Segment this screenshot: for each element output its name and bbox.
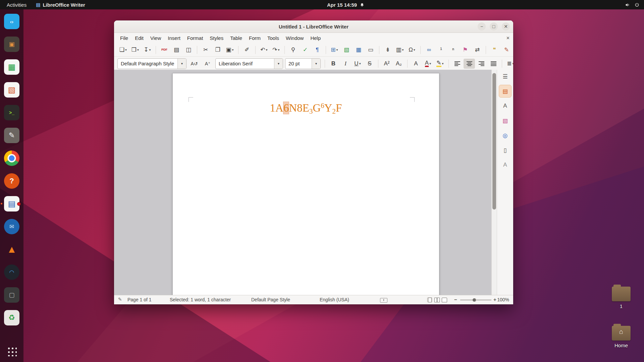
- new-style-button[interactable]: A⁺: [202, 59, 213, 69]
- menu-edit[interactable]: Edit: [131, 34, 147, 42]
- menu-form[interactable]: Form: [246, 34, 264, 42]
- underline-button[interactable]: U▾: [352, 59, 363, 69]
- insert-text-box-button[interactable]: ▭: [365, 45, 376, 55]
- page-count-status[interactable]: Page 1 of 1: [127, 297, 152, 302]
- recycle-launcher[interactable]: ♻: [4, 310, 20, 326]
- dropdown-arrow-icon[interactable]: ▾: [125, 48, 127, 52]
- dropdown-arrow-icon[interactable]: ▾: [149, 48, 151, 52]
- open-file-button[interactable]: ❒▾: [129, 45, 141, 55]
- insert-field-button[interactable]: ▥▾: [394, 45, 406, 55]
- gimp-launcher[interactable]: ✎: [4, 127, 20, 143]
- zoom-slider-handle[interactable]: [473, 298, 476, 302]
- dropdown-arrow-icon[interactable]: ▾: [442, 62, 444, 65]
- print-preview-button[interactable]: ◫: [183, 45, 194, 55]
- maximize-button[interactable]: □: [490, 22, 498, 31]
- remmina-launcher[interactable]: ◠: [4, 264, 20, 280]
- save-status-icon[interactable]: ✎: [118, 297, 122, 302]
- insert-special-character-button[interactable]: Ω▾: [406, 45, 418, 55]
- sidebar-tab-styles[interactable]: A: [499, 100, 511, 112]
- vertical-scrollbar[interactable]: [491, 70, 497, 295]
- menu-view[interactable]: View: [147, 34, 164, 42]
- font-name-dropdown[interactable]: ▾: [274, 59, 283, 69]
- insert-page-break-button[interactable]: ⇟: [382, 45, 393, 55]
- menu-styles[interactable]: Styles: [206, 34, 227, 42]
- close-button[interactable]: ✕: [502, 22, 510, 31]
- activities-button[interactable]: Activities: [0, 2, 33, 8]
- dropdown-arrow-icon[interactable]: ▾: [359, 62, 361, 65]
- menu-help[interactable]: Help: [307, 34, 324, 42]
- libreoffice-writer-launcher[interactable]: ▤: [4, 196, 20, 212]
- clone-formatting-button[interactable]: ✐: [241, 45, 253, 55]
- minimize-button[interactable]: −: [478, 22, 486, 31]
- insert-cross-reference-button[interactable]: ⇄: [472, 45, 483, 55]
- paragraph-style-combobox[interactable]: Default Paragraph Style ▾: [117, 58, 186, 69]
- superscript-button[interactable]: A²: [381, 59, 392, 69]
- character-formatting-button[interactable]: A: [410, 59, 422, 69]
- document-page[interactable]: 1A6N8E3G6Y2F: [172, 73, 439, 295]
- paste-button[interactable]: ▣▾: [224, 45, 235, 55]
- export-pdf-button[interactable]: PDF: [159, 45, 170, 55]
- menu-file[interactable]: File: [117, 34, 131, 42]
- align-center-button[interactable]: [464, 59, 475, 69]
- language-status[interactable]: English (USA): [320, 297, 349, 302]
- dropdown-arrow-icon[interactable]: ▾: [402, 48, 404, 52]
- menu-insert[interactable]: Insert: [164, 34, 184, 42]
- strikethrough-button[interactable]: S: [364, 59, 375, 69]
- undo-button[interactable]: ↶▾: [258, 45, 270, 55]
- titlebar[interactable]: Untitled 1 - LibreOffice Writer − □ ✕: [114, 20, 513, 33]
- boxes-launcher[interactable]: ▣: [4, 36, 20, 52]
- chrome-launcher[interactable]: [4, 150, 20, 166]
- extra-app-launcher[interactable]: ▢: [4, 287, 20, 303]
- sidebar-tab-properties[interactable]: ▤: [499, 85, 511, 97]
- terminal-launcher[interactable]: >_: [4, 105, 20, 121]
- sidebar-tab-gallery[interactable]: ▧: [499, 115, 511, 127]
- menu-table[interactable]: Table: [227, 34, 246, 42]
- vlc-launcher[interactable]: ▲: [4, 241, 20, 257]
- page-style-status[interactable]: Default Page Style: [251, 297, 290, 302]
- track-changes-button[interactable]: ✎: [501, 45, 512, 55]
- italic-button[interactable]: I: [340, 59, 351, 69]
- insert-image-button[interactable]: ▧: [341, 45, 352, 55]
- font-size-combobox[interactable]: 20 pt ▾: [285, 58, 321, 69]
- spelling-button[interactable]: ✓: [300, 45, 311, 55]
- align-justify-button[interactable]: [488, 59, 499, 69]
- help-launcher[interactable]: ?: [4, 173, 20, 189]
- dropdown-arrow-icon[interactable]: ▾: [137, 48, 139, 52]
- view-layout-book-button[interactable]: [442, 297, 447, 302]
- font-size-dropdown[interactable]: ▾: [312, 59, 320, 69]
- insert-footnote-button[interactable]: ¹: [435, 45, 447, 55]
- highlight-color-button[interactable]: ✎▾: [434, 59, 446, 69]
- focused-app-indicator[interactable]: ▤ LibreOffice Writer: [33, 2, 88, 8]
- document-text-line[interactable]: 1A6N8E3G6Y2F: [173, 99, 439, 118]
- subscript-button[interactable]: A₂: [393, 59, 405, 69]
- zoom-in-button[interactable]: +: [493, 297, 496, 302]
- new-document-button[interactable]: ❏▾: [117, 45, 129, 55]
- dropdown-arrow-icon[interactable]: ▾: [414, 48, 415, 52]
- formatting-marks-button[interactable]: ¶: [312, 45, 323, 55]
- dropdown-arrow-icon[interactable]: ▾: [278, 48, 280, 52]
- print-button[interactable]: ▤: [171, 45, 182, 55]
- show-apps-button[interactable]: [4, 343, 20, 359]
- desktop-folder-home[interactable]: ⌂ Home: [606, 326, 636, 348]
- sidebar-tab-sidebar-menu[interactable]: ☰: [499, 70, 511, 82]
- align-right-button[interactable]: [476, 59, 487, 69]
- align-left-button[interactable]: [451, 59, 463, 69]
- unordered-list-button[interactable]: ≣▾: [505, 59, 513, 69]
- insert-table-button[interactable]: ⊞▾: [329, 45, 340, 55]
- view-layout-single-button[interactable]: [427, 297, 432, 302]
- thunderbird-launcher[interactable]: ✉: [4, 219, 20, 235]
- cut-button[interactable]: ✂: [200, 45, 211, 55]
- zoom-slider[interactable]: [460, 300, 491, 300]
- sidebar-tab-style-inspector[interactable]: A: [499, 159, 511, 171]
- desktop-folder-1[interactable]: 1: [606, 287, 636, 309]
- bold-button[interactable]: B: [328, 59, 339, 69]
- font-name-combobox[interactable]: Liberation Serif ▾: [215, 58, 283, 69]
- menu-format[interactable]: Format: [184, 34, 207, 42]
- zoom-out-button[interactable]: −: [454, 297, 457, 302]
- insert-comment-button[interactable]: ❝: [489, 45, 500, 55]
- update-style-button[interactable]: A↺: [189, 59, 200, 69]
- dropdown-arrow-icon[interactable]: ▾: [429, 62, 431, 65]
- system-status-menu[interactable]: [625, 0, 639, 9]
- dropdown-arrow-icon[interactable]: ▾: [266, 48, 268, 52]
- libreoffice-impress-launcher[interactable]: ▧: [4, 82, 20, 98]
